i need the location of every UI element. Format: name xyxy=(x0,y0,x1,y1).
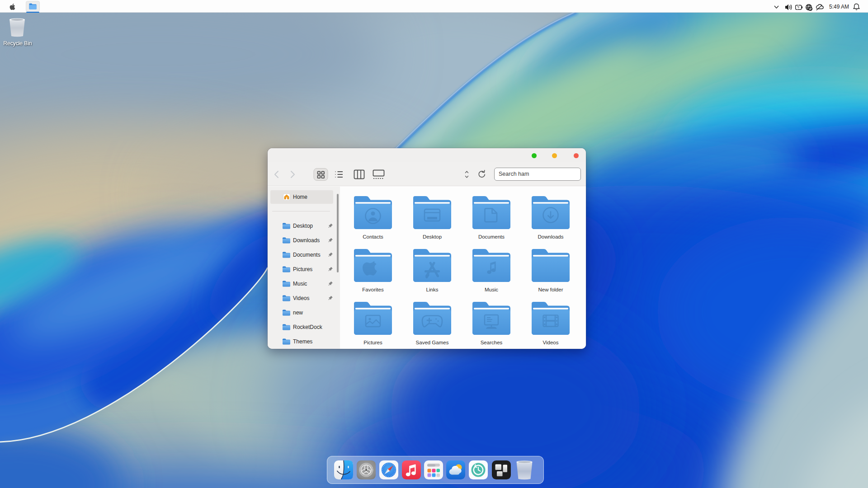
svg-text:Recycle Bin: Recycle Bin xyxy=(3,40,32,47)
